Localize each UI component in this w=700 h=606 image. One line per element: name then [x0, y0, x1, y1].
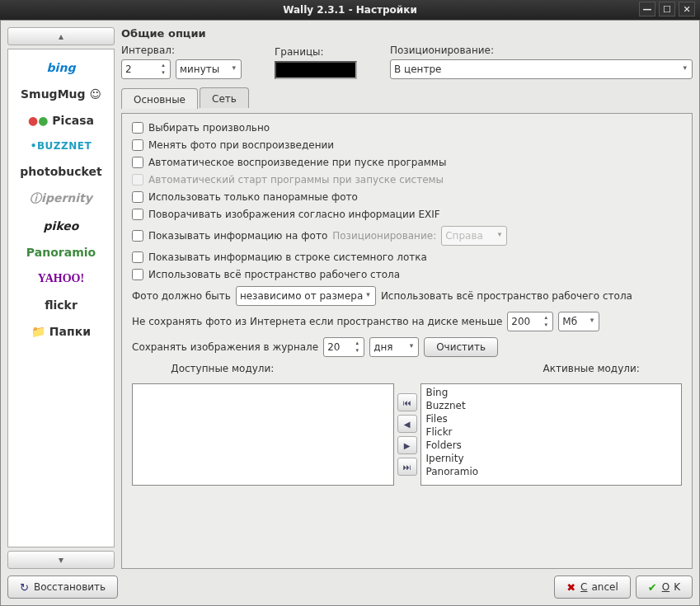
history-label: Сохранять изображения в журнале: [132, 341, 318, 353]
interval-value[interactable]: 2▴▾: [121, 59, 171, 79]
ok-icon: ✔: [648, 581, 657, 594]
opt-random[interactable]: Выбирать произвольно: [132, 122, 682, 134]
provider-list[interactable]: bing SmugMug ☺ ●● Picasa •BUZZNET photob…: [7, 49, 115, 547]
ok-button[interactable]: ✔OK: [636, 575, 693, 599]
interval-unit[interactable]: минуты: [176, 59, 242, 79]
section-title: Общие опции: [121, 27, 693, 40]
provider-folders[interactable]: 📁 Папки: [31, 325, 91, 338]
opt-autostart: Автоматический старт программы при запус…: [132, 174, 682, 186]
photo-size-select[interactable]: независимо от размера: [236, 286, 376, 306]
sidebar-scroll-up[interactable]: ▴: [7, 27, 115, 45]
opt-show-info[interactable]: Показывать информацию на фото: [132, 230, 327, 242]
maximize-button[interactable]: ☐: [659, 2, 675, 16]
close-window-button[interactable]: ✕: [679, 2, 695, 16]
position-select[interactable]: В центре: [390, 59, 693, 79]
active-modules-label: Активные модули:: [500, 363, 682, 374]
module-item[interactable]: Ipernity: [423, 452, 680, 465]
module-item[interactable]: Flickr: [423, 425, 680, 439]
restore-icon: ↻: [20, 581, 29, 594]
move-all-right-button[interactable]: ⏭: [397, 458, 417, 476]
provider-smugmug[interactable]: SmugMug ☺: [21, 87, 101, 101]
provider-pikeo[interactable]: pikeo: [44, 219, 79, 233]
provider-ipernity[interactable]: ⓘipernity: [30, 191, 92, 206]
available-modules-label: Доступные модули:: [132, 363, 313, 374]
disk-value[interactable]: 200▴▾: [507, 312, 553, 331]
cancel-icon: ✖: [566, 581, 576, 594]
restore-button[interactable]: ↻Восстановить: [7, 575, 118, 599]
info-pos-label: Позиционирование:: [332, 230, 436, 242]
disk-unit[interactable]: Мб: [558, 312, 599, 331]
active-modules-list[interactable]: Bing Buzznet Files Flickr Folders Iperni…: [420, 383, 683, 486]
info-pos-select: Справа: [441, 226, 507, 246]
opt-change-on-play[interactable]: Менять фото при воспроизведении: [132, 139, 682, 151]
opt-rotate-exif[interactable]: Поворачивать изображения согласно информ…: [132, 209, 682, 220]
opt-show-tray[interactable]: Показывать информацию в строке системног…: [132, 251, 682, 263]
disk-label: Не сохранять фото из Интернета если прос…: [132, 316, 502, 327]
provider-panoramio[interactable]: Panoramio: [26, 246, 96, 259]
position-label: Позиционирование:: [390, 45, 693, 56]
tab-main[interactable]: Основные: [121, 88, 198, 109]
sidebar-scroll-down[interactable]: ▾: [7, 551, 115, 569]
clear-history-button[interactable]: Очистить: [424, 337, 498, 357]
minimize-button[interactable]: —: [639, 2, 655, 16]
module-item[interactable]: Buzznet: [423, 399, 680, 412]
opt-only-pano[interactable]: Использовать только панорамные фото: [132, 191, 682, 203]
cancel-button[interactable]: ✖Cancel: [554, 575, 631, 599]
module-item[interactable]: Files: [423, 412, 680, 425]
borders-label: Границы:: [275, 46, 357, 58]
module-item[interactable]: Bing: [423, 386, 680, 399]
tab-network[interactable]: Сеть: [200, 87, 249, 108]
photo-must-label: Фото должно быть: [132, 290, 231, 302]
interval-label: Интервал:: [121, 45, 242, 56]
provider-photobucket[interactable]: photobucket: [20, 165, 101, 178]
history-unit[interactable]: дня: [369, 337, 419, 357]
provider-flickr[interactable]: flickr: [45, 298, 78, 312]
tab-panel-main: Выбирать произвольно Менять фото при вос…: [121, 113, 693, 569]
photo-must-suffix: Использовать всё пространство рабочего с…: [381, 290, 632, 302]
provider-buzznet[interactable]: •BUZZNET: [31, 140, 92, 152]
move-all-left-button[interactable]: ⏮: [397, 393, 417, 411]
window-title: Wally 2.3.1 - Настройки: [283, 4, 417, 16]
provider-picasa[interactable]: ●● Picasa: [28, 114, 94, 127]
move-left-button[interactable]: ◀: [397, 415, 417, 433]
provider-bing[interactable]: bing: [47, 61, 76, 74]
opt-autoplay[interactable]: Автоматическое воспроизведение при пуске…: [132, 157, 682, 168]
module-item[interactable]: Panoramio: [423, 465, 680, 478]
border-color-picker[interactable]: [275, 61, 357, 79]
move-right-button[interactable]: ▶: [397, 436, 417, 454]
provider-yahoo[interactable]: YAHOO!: [38, 272, 84, 285]
available-modules-list[interactable]: [132, 383, 394, 486]
module-item[interactable]: Folders: [423, 439, 680, 452]
history-value[interactable]: 20▴▾: [323, 337, 364, 357]
opt-full-desktop[interactable]: Использовать всё пространство рабочего с…: [132, 269, 682, 280]
